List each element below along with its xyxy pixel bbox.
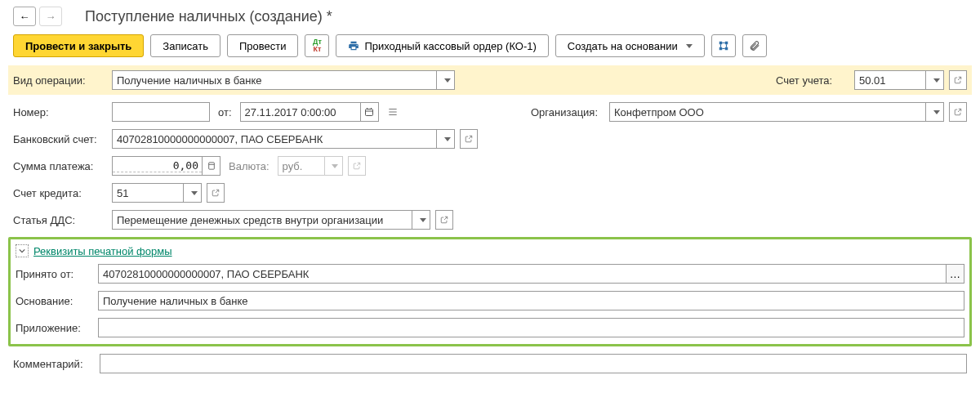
attachment-input[interactable] (98, 318, 964, 337)
credit-account-label: Счет кредита: (13, 187, 107, 199)
open-icon (440, 216, 448, 224)
back-button[interactable]: ← (13, 7, 36, 26)
submit-button[interactable]: Провести (227, 34, 299, 57)
currency-select: руб. (278, 156, 343, 176)
credit-account-dropdown-button[interactable] (183, 184, 201, 202)
currency-open-button (348, 156, 366, 176)
bank-account-label: Банковский счет: (13, 133, 107, 145)
toolbar: Провести и закрыть Записать Провести ДтК… (13, 34, 967, 57)
attachment-label: Приложение: (16, 322, 93, 334)
basis-label: Основание: (16, 295, 93, 307)
paperclip-icon (749, 40, 760, 51)
dds-select[interactable]: Перемещение денежных средств внутри орга… (112, 210, 430, 230)
list-icon (387, 106, 399, 118)
dds-dropdown-button[interactable] (412, 211, 430, 229)
organization-select[interactable]: Конфетпром ООО (609, 102, 944, 122)
organization-open-button[interactable] (949, 102, 967, 122)
structure-button[interactable] (711, 34, 736, 57)
print-form-header[interactable]: Реквизиты печатной формы (16, 244, 964, 257)
create-based-on-button[interactable]: Создать на основании (555, 34, 705, 57)
account-select[interactable]: 50.01 (854, 70, 944, 90)
basis-input[interactable]: Получение наличных в банке (98, 291, 964, 310)
calendar-icon (364, 107, 374, 117)
calculator-button[interactable] (202, 157, 220, 175)
comment-label: Комментарий: (13, 358, 95, 370)
open-icon (954, 108, 962, 116)
operation-label: Вид операции: (13, 74, 107, 87)
currency-dropdown-button (324, 157, 342, 175)
credit-account-select[interactable]: 51 (112, 183, 202, 203)
page-title: Поступление наличных (создание) * (85, 8, 332, 25)
submit-and-close-button[interactable]: Провести и закрыть (13, 34, 144, 57)
dtkt-icon: ДтКт (313, 38, 322, 53)
structure-icon (718, 40, 729, 51)
number-input[interactable] (112, 102, 210, 122)
number-label: Номер: (13, 106, 107, 118)
number-extra-button[interactable] (384, 102, 402, 122)
printer-icon (348, 40, 359, 51)
organization-dropdown-button[interactable] (925, 103, 943, 121)
payment-sum-input[interactable]: 0,00 (112, 156, 220, 176)
bank-account-select[interactable]: 40702810000000000007, ПАО СБЕРБАНК (112, 129, 455, 149)
account-dropdown-button[interactable] (925, 71, 943, 89)
date-picker-button[interactable] (360, 103, 378, 121)
collapse-toggle[interactable] (16, 244, 29, 257)
chevron-down-icon (332, 164, 338, 168)
bank-account-open-button[interactable] (460, 129, 478, 149)
chevron-down-icon (933, 110, 940, 114)
comment-input[interactable] (100, 354, 967, 373)
calculator-icon (207, 162, 216, 170)
organization-label: Организация: (531, 106, 604, 118)
from-label: от: (218, 106, 232, 118)
chevron-down-icon (933, 78, 940, 83)
dds-label: Статья ДДС: (13, 214, 107, 226)
bank-account-dropdown-button[interactable] (436, 130, 454, 148)
open-icon (353, 162, 361, 170)
dtkt-button[interactable]: ДтКт (305, 34, 329, 57)
svg-rect-0 (366, 109, 373, 116)
received-from-choose-button[interactable]: … (946, 265, 964, 283)
forward-button[interactable]: → (39, 7, 62, 26)
print-form-section: Реквизиты печатной формы Принято от: 407… (8, 237, 972, 346)
received-from-input[interactable]: 40702810000000000007, ПАО СБЕРБАНК … (98, 264, 964, 284)
attachment-button[interactable] (742, 34, 767, 57)
open-icon (465, 135, 473, 143)
svg-rect-1 (208, 163, 214, 169)
currency-label: Валюта: (229, 160, 270, 172)
payment-sum-label: Сумма платежа: (13, 160, 107, 172)
account-open-button[interactable] (949, 70, 967, 90)
save-button[interactable]: Записать (150, 34, 220, 57)
print-cash-order-button[interactable]: Приходный кассовый ордер (КО-1) (336, 34, 548, 57)
operation-select[interactable]: Получение наличных в банке (112, 70, 455, 90)
chevron-down-icon (19, 248, 25, 254)
open-icon (954, 76, 962, 84)
chevron-down-icon (191, 191, 198, 195)
chevron-down-icon (686, 44, 693, 48)
date-input[interactable]: 27.11.2017 0:00:00 (240, 102, 379, 122)
chevron-down-icon (420, 218, 426, 222)
chevron-down-icon (444, 78, 451, 83)
account-label: Счет учета: (776, 74, 849, 87)
chevron-down-icon (444, 137, 451, 141)
operation-dropdown-button[interactable] (436, 71, 454, 89)
open-icon (212, 189, 220, 197)
dds-open-button[interactable] (435, 210, 453, 230)
credit-account-open-button[interactable] (207, 183, 225, 203)
received-from-label: Принято от: (16, 268, 93, 280)
